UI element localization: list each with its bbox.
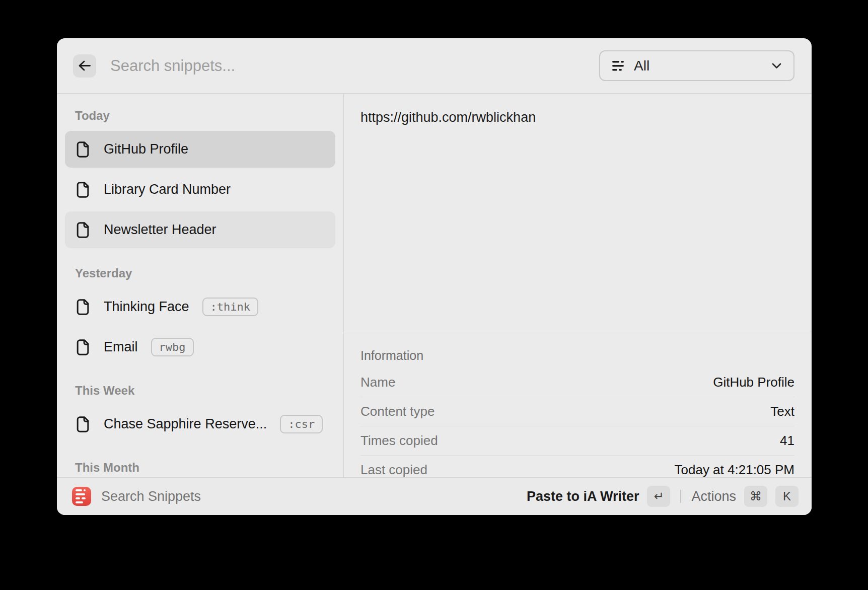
snippets-app-icon xyxy=(72,487,91,506)
info-row-times-copied: Times copied 41 xyxy=(360,426,794,456)
section-title-yesterday: Yesterday xyxy=(65,266,335,280)
document-icon xyxy=(75,181,91,198)
info-value: GitHub Profile xyxy=(713,375,794,390)
info-label: Content type xyxy=(360,404,435,419)
document-icon xyxy=(75,416,91,433)
document-icon xyxy=(75,141,91,158)
document-icon xyxy=(75,299,91,316)
list-item-newsletter-header[interactable]: Newsletter Header xyxy=(65,211,335,248)
actions-label: Actions xyxy=(691,489,736,504)
action-bar: Search Snippets Paste to iA Writer ↵ Act… xyxy=(57,477,812,515)
info-value: Today at 4:21:05 PM xyxy=(675,462,794,477)
list-item-label: Library Card Number xyxy=(104,182,231,197)
list-item-label: Chase Sapphire Reserve... xyxy=(104,416,267,432)
enter-key-icon: ↵ xyxy=(647,486,670,507)
footer-app-name: Search Snippets xyxy=(101,489,201,504)
snippet-list: Today GitHub Profile Library Card Number… xyxy=(57,94,344,477)
search-input[interactable] xyxy=(109,56,599,76)
paste-to-ia-writer-button[interactable]: Paste to iA Writer ↵ xyxy=(527,486,671,507)
info-label: Name xyxy=(360,375,395,390)
raycast-window: All Today GitHub Profile Library Card Nu… xyxy=(57,38,812,515)
information-panel: Information Name GitHub Profile Content … xyxy=(344,333,812,477)
primary-action-label: Paste to iA Writer xyxy=(527,489,639,504)
information-title: Information xyxy=(360,348,794,363)
type-filter-label: All xyxy=(634,58,649,74)
info-row-last-copied: Last copied Today at 4:21:05 PM xyxy=(360,456,794,477)
list-item-thinking-face[interactable]: Thinking Face :think xyxy=(65,288,335,325)
type-filter-dropdown[interactable]: All xyxy=(599,50,794,81)
info-value: Text xyxy=(770,404,794,419)
list-item-email[interactable]: Email rwbg xyxy=(65,329,335,365)
keyword-badge: :think xyxy=(202,298,258,316)
list-item-github-profile[interactable]: GitHub Profile xyxy=(65,131,335,168)
k-key-icon: K xyxy=(775,486,799,507)
list-item-label: Email xyxy=(104,339,138,355)
keyword-badge: :csr xyxy=(280,415,323,433)
snippet-content: https://github.com/rwblickhan xyxy=(344,94,812,333)
list-item-library-card-number[interactable]: Library Card Number xyxy=(65,171,335,208)
detail-panel: https://github.com/rwblickhan Informatio… xyxy=(344,94,812,477)
list-item-label: Thinking Face xyxy=(104,299,189,315)
document-icon xyxy=(75,339,91,356)
section-title-this-week: This Week xyxy=(65,384,335,398)
footer-app: Search Snippets xyxy=(72,487,201,506)
list-item-label: Newsletter Header xyxy=(104,222,216,238)
back-arrow-icon xyxy=(78,60,92,71)
command-key-icon: ⌘ xyxy=(744,486,767,507)
filter-icon xyxy=(612,61,624,71)
main-area: Today GitHub Profile Library Card Number… xyxy=(57,94,812,477)
keyword-badge: rwbg xyxy=(151,338,194,356)
footer-actions: Paste to iA Writer ↵ Actions ⌘ K xyxy=(527,486,799,507)
section-title-this-month: This Month xyxy=(65,461,335,475)
actions-button[interactable]: Actions ⌘ K xyxy=(691,486,799,507)
search-bar: All xyxy=(57,38,812,94)
info-row-content-type: Content type Text xyxy=(360,397,794,426)
info-label: Last copied xyxy=(360,462,427,477)
document-icon xyxy=(75,222,91,239)
list-item-chase-sapphire-reserve[interactable]: Chase Sapphire Reserve... :csr xyxy=(65,406,335,443)
chevron-down-icon xyxy=(772,63,781,69)
info-label: Times copied xyxy=(360,433,438,449)
info-row-name: Name GitHub Profile xyxy=(360,368,794,397)
footer-divider xyxy=(680,490,681,503)
section-title-today: Today xyxy=(65,109,335,123)
list-item-label: GitHub Profile xyxy=(104,141,188,157)
back-button[interactable] xyxy=(73,54,96,78)
info-value: 41 xyxy=(780,433,794,449)
